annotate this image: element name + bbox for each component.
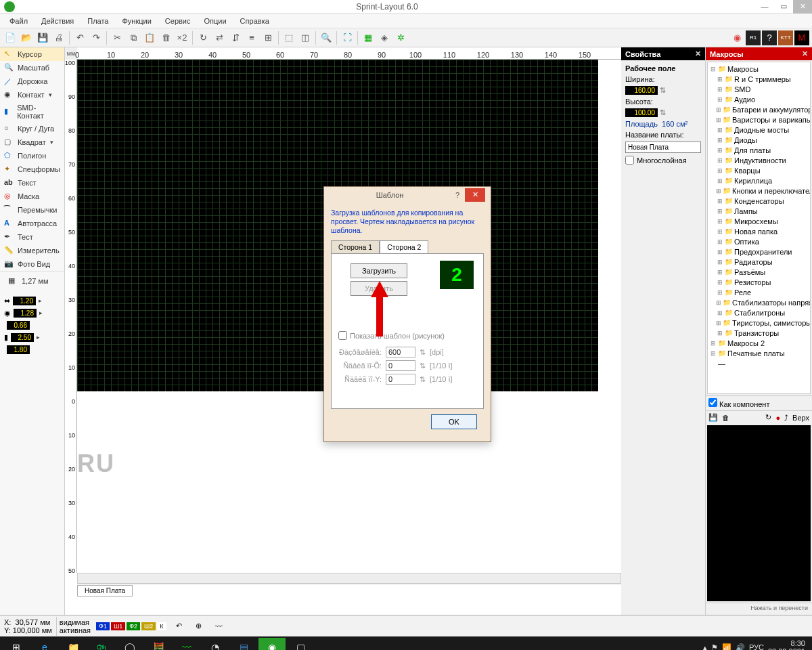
props-name-input[interactable] [625,142,701,153]
dialog-titlebar[interactable]: Шаблон ? ✕ [324,187,491,203]
minimize-button[interactable]: — [755,0,774,14]
tb-macros-icon[interactable]: ✲ [393,30,408,45]
tree-node[interactable]: ⊞📁Новая папка [708,226,810,236]
tool-shapes[interactable]: ✦Спецформы [0,162,64,176]
layer-chip[interactable]: Ш1 [111,622,125,630]
dialog-close-icon[interactable]: ✕ [465,188,485,202]
tray-lang[interactable]: РУС [749,643,764,650]
tree-node[interactable]: ⊞📁Конденсаторы [708,196,810,206]
tb-snap-icon[interactable]: ⊞ [261,30,275,45]
chrome-icon[interactable]: ◯ [116,638,143,650]
tb-crop-icon[interactable]: ⛶ [340,30,355,45]
tb-print-icon[interactable]: 🖨 [51,30,66,45]
tree-node[interactable]: ⊞📁Реле [708,287,810,297]
tool-autoroute[interactable]: AАвтотрасса [0,217,64,230]
calc-icon[interactable]: 🧮 [145,638,172,650]
macros-top-label[interactable]: Верх [792,414,809,422]
tb-paste-icon[interactable]: 📋 [142,30,157,45]
tree-node[interactable]: ⊞📁Радиаторы [708,257,810,267]
status-curve-icon[interactable]: 〰 [208,622,229,630]
tool-rect[interactable]: ▢Квадрат▾ [0,135,64,149]
tb-mirror-h-icon[interactable]: ⇄ [212,30,227,45]
tb-ktt-icon[interactable]: KTT [778,30,793,45]
tree-node[interactable]: ⊞📁Оптика [708,236,810,246]
dialog-help-icon[interactable]: ? [450,191,465,199]
tree-node[interactable]: ⊞📁Тиристоры, симисторы [708,318,810,328]
tree-node[interactable]: ⊞📁Кварцы [708,165,810,175]
offset-y-input[interactable] [386,374,415,385]
tray-up-icon[interactable]: ▴ [703,643,707,651]
tool-test[interactable]: ✒Тест [0,230,64,244]
tool-mask[interactable]: ◎Маска [0,190,64,203]
tool-polygon[interactable]: ⬠Полигон [0,149,64,162]
tray-flag-icon[interactable]: ⚑ [711,643,718,651]
menu-service[interactable]: Сервис [158,16,198,26]
panel-close-icon[interactable]: ✕ [695,49,701,58]
app3-icon[interactable]: ▢ [287,638,314,650]
param-smd-w[interactable]: ▮2.50▸ [4,331,60,343]
status-tool-icon[interactable]: ↶ [169,622,189,630]
tree-node[interactable]: ⊞📁Микросхемы [708,216,810,226]
start-icon[interactable]: ⊞ [3,638,30,650]
macros-save-icon[interactable]: 💾 [708,413,718,422]
status-target-icon[interactable]: ⊕ [189,622,208,630]
tb-rec-icon[interactable]: ◉ [729,30,744,45]
tb-undo-icon[interactable]: ↶ [72,30,87,45]
tree-node[interactable]: ⊞📁Печатные платы [708,348,810,358]
multilayer-checkbox[interactable] [625,156,634,165]
menu-options[interactable]: Опции [198,16,233,26]
as-component-checkbox[interactable] [708,398,717,407]
tree-node[interactable]: ⊞📁Кнопки и переключатели [708,186,810,196]
tree-node[interactable]: ⊞📁R и C триммеры [708,74,810,84]
tree-node[interactable]: ⊞📁Кириллица [708,175,810,186]
tb-group-icon[interactable]: ⬚ [281,30,296,45]
load-button[interactable]: Загрузить [351,263,407,278]
tool-track[interactable]: ／Дорожка [0,74,64,88]
tree-node[interactable]: ⊟📁Макросы [708,64,810,74]
ie-icon[interactable]: e [31,638,58,650]
explorer-icon[interactable]: 📁 [60,638,87,650]
props-multilayer[interactable]: Многослойная [625,156,701,165]
tree-node[interactable]: ⊞📁Резисторы [708,277,810,287]
macros-delete-icon[interactable]: 🗑 [722,414,729,422]
tray-net-icon[interactable]: 📶 [722,643,731,651]
tree-node[interactable]: ⊞📁Лампы [708,206,810,216]
tb-delete-icon[interactable]: 🗑 [158,30,173,45]
tb-help-icon[interactable]: ? [762,30,777,45]
board-tab[interactable]: Новая Плата [77,585,133,597]
tb-mirror-v-icon[interactable]: ⇵ [228,30,243,45]
tb-rotate-icon[interactable]: ↻ [196,30,210,45]
tree-node[interactable]: ⊞📁Транзисторы [708,328,810,338]
tb-open-icon[interactable]: 📂 [19,30,34,45]
tree-node[interactable]: ⊞📁Стабилитроны [708,307,810,318]
close-button[interactable]: ✕ [793,0,812,14]
tool-smd[interactable]: ▮SMD-Контакт [0,102,64,122]
tb-cut-icon[interactable]: ✂ [110,30,125,45]
tree-node[interactable]: ⊞📁SMD [708,84,810,94]
tree-node[interactable]: ⊞📁Стабилизаторы напряжени [708,297,810,307]
tb-redo-icon[interactable]: ↷ [89,30,104,45]
macros-tree[interactable]: ⊟📁Макросы⊞📁R и C триммеры⊞📁SMD⊞📁Аудио⊞📁Б… [707,62,811,394]
param-pad[interactable]: ◉1.28▸ [4,307,60,319]
tb-new-icon[interactable]: 📄 [3,30,18,45]
tool-circle[interactable]: ○Круг / Дуга [0,122,64,135]
tb-align-icon[interactable]: ≡ [244,30,259,45]
tb-ungroup-icon[interactable]: ◫ [298,30,313,45]
tb-m-icon[interactable]: M [794,30,809,45]
props-height[interactable]: 100.00 [625,108,658,117]
grid-selector[interactable]: ▦1,27 мм [4,274,60,288]
macros-up-icon[interactable]: ⤴ [784,414,788,422]
tree-node[interactable]: ⊞📁Аудио [708,94,810,104]
tb-drc-icon[interactable]: ◈ [377,30,392,45]
as-component[interactable]: Как компонент [708,398,769,408]
tab-side1[interactable]: Сторона 1 [331,240,380,253]
tab-side2[interactable]: Сторона 2 [380,240,428,253]
layer-chip[interactable]: К [157,622,166,630]
tree-node[interactable]: ⊞📁Батареи и аккумуляторы [708,104,810,114]
props-width[interactable]: 160.00 [625,86,658,95]
tb-props-icon[interactable]: ▦ [361,30,376,45]
tree-node[interactable]: ⊞📁Разъёмы [708,267,810,277]
panel-close-icon[interactable]: ✕ [802,49,808,58]
tray-clock[interactable]: 8:30 03.02.2021 [768,639,805,650]
tree-node[interactable]: ⊞📁Предохранители [708,246,810,257]
